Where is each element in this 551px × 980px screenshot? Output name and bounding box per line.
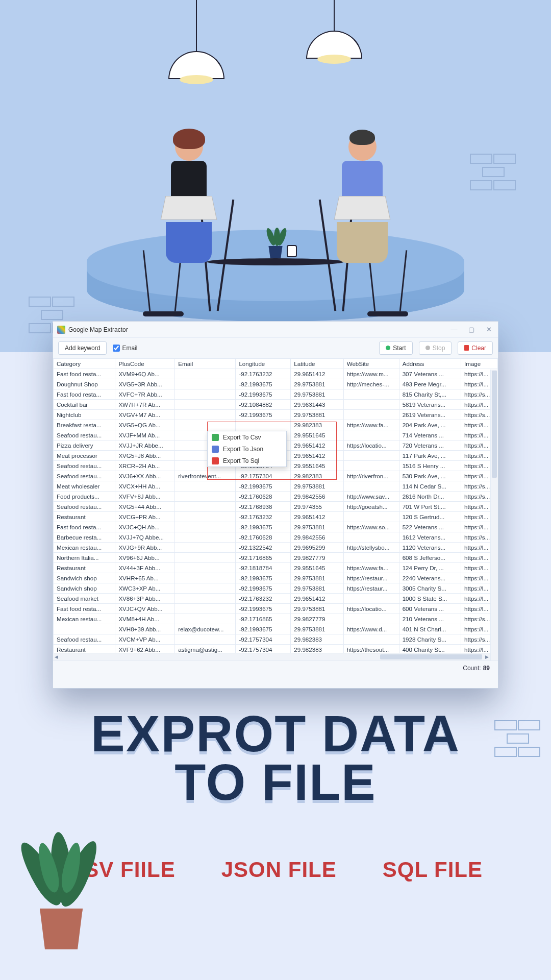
table-cell[interactable]: 210 Veterans ...	[399, 614, 461, 624]
table-cell[interactable]: XVJG+9R Abb...	[115, 543, 175, 553]
export-sql-menuitem[interactable]: Export To Sql	[208, 455, 286, 467]
table-cell[interactable]: 522 Veterans ...	[399, 522, 461, 532]
table-cell[interactable]: Seafood restau...	[54, 461, 115, 471]
minimize-button[interactable]: ―	[449, 326, 459, 333]
export-csv-menuitem[interactable]: Export To Csv	[208, 431, 286, 443]
table-cell[interactable]: https://www.fa...	[343, 420, 399, 430]
table-cell[interactable]: 29.9842556	[291, 532, 343, 543]
table-row[interactable]: Barbecue resta...XVJJ+7Q Abbe...-92.1760…	[54, 532, 498, 543]
table-cell[interactable]: 1120 Veterans...	[399, 543, 461, 553]
table-cell[interactable]: 29.9827779	[291, 614, 343, 624]
table-cell[interactable]	[343, 481, 399, 492]
table-cell[interactable]: 204 Park Ave, ...	[399, 420, 461, 430]
table-row[interactable]: XVH8+39 Abb...relax@ducotew...-92.199367…	[54, 624, 498, 634]
table-cell[interactable]: -92.1993675	[236, 573, 291, 583]
table-cell[interactable]: 29.974355	[291, 502, 343, 512]
table-cell[interactable]	[175, 614, 236, 624]
table-cell[interactable]: XV96+6J Abb...	[115, 553, 175, 563]
table-row[interactable]: Sandwich shopXVHR+65 Ab...-92.199367529.…	[54, 573, 498, 583]
table-cell[interactable]	[175, 481, 236, 492]
table-cell[interactable]: XVJJ+JR Abbe...	[115, 440, 175, 451]
table-cell[interactable]: 307 Veterans ...	[399, 369, 461, 379]
table-cell[interactable]: XWC3+XP Ab...	[115, 583, 175, 594]
table-cell[interactable]: XVJC+QH Ab...	[115, 522, 175, 532]
table-cell[interactable]	[175, 573, 236, 583]
table-cell[interactable]: XVCM+VP Ab...	[115, 634, 175, 645]
table-cell[interactable]	[175, 583, 236, 594]
add-keyword-button[interactable]: Add keyword	[58, 341, 107, 355]
table-cell[interactable]: 117 Park Ave, ...	[399, 451, 461, 461]
table-cell[interactable]: http://www.sav...	[343, 492, 399, 502]
table-cell[interactable]: -92.1763232	[236, 369, 291, 379]
table-cell[interactable]: Northern Italia...	[54, 553, 115, 563]
maximize-button[interactable]: ▢	[466, 326, 477, 333]
table-cell[interactable]: https://locatio...	[343, 604, 399, 614]
table-cell[interactable]: https://restaur...	[343, 573, 399, 583]
table-cell[interactable]: -92.1818784	[236, 563, 291, 573]
table-cell[interactable]	[175, 379, 236, 389]
table-cell[interactable]: 608 S Jefferso...	[399, 553, 461, 563]
table-cell[interactable]: -92.1716865	[236, 614, 291, 624]
table-cell[interactable]: riverfrontevent...	[175, 471, 236, 481]
table-cell[interactable]: 1612 Veterans...	[399, 532, 461, 543]
table-cell[interactable]: 29.982383	[291, 471, 343, 481]
table-cell[interactable]: 29.9827779	[291, 553, 343, 563]
email-checkbox-input[interactable]	[113, 345, 120, 352]
table-cell[interactable]: 29.9753881	[291, 379, 343, 389]
table-cell[interactable]: 29.9651412	[291, 451, 343, 461]
table-cell[interactable]: Pizza delivery	[54, 440, 115, 451]
table-cell[interactable]: 120 S Gertrud...	[399, 512, 461, 522]
table-cell[interactable]: 29.9753881	[291, 389, 343, 400]
table-cell[interactable]: 2616 North Dr...	[399, 492, 461, 502]
table-cell[interactable]: 29.9551645	[291, 430, 343, 440]
horizontal-scrollbar[interactable]: ◀ ▶	[53, 653, 490, 660]
scroll-left-arrow[interactable]: ◀	[53, 654, 60, 659]
table-cell[interactable]	[175, 604, 236, 614]
table-cell[interactable]	[343, 410, 399, 420]
table-cell[interactable]: Doughnut Shop	[54, 379, 115, 389]
horizontal-scroll-thumb[interactable]	[380, 654, 482, 659]
table-row[interactable]: Fast food resta...XVFC+7R Abb...-92.1993…	[54, 389, 498, 400]
table-cell[interactable]: https://www.so...	[343, 522, 399, 532]
table-cell[interactable]	[175, 410, 236, 420]
table-cell[interactable]: 29.9651412	[291, 594, 343, 604]
table-cell[interactable]: Sandwich shop	[54, 573, 115, 583]
table-cell[interactable]: 29.9753881	[291, 481, 343, 492]
table-cell[interactable]: 5819 Veterans...	[399, 400, 461, 410]
table-cell[interactable]: Restaurant	[54, 512, 115, 522]
table-cell[interactable]: -92.1760628	[236, 492, 291, 502]
table-cell[interactable]: Nightclub	[54, 410, 115, 420]
table-cell[interactable]	[343, 451, 399, 461]
table-cell[interactable]	[343, 461, 399, 471]
table-cell[interactable]	[175, 420, 236, 430]
table-cell[interactable]: XVGV+M7 Ab...	[115, 410, 175, 420]
table-cell[interactable]: -92.1768938	[236, 502, 291, 512]
table-cell[interactable]: 401 N St Charl...	[399, 624, 461, 634]
table-row[interactable]: Seafood marketXV86+3P Abb...-92.17632322…	[54, 594, 498, 604]
email-checkbox[interactable]: Email	[113, 345, 137, 352]
table-cell[interactable]: XVHR+65 Ab...	[115, 573, 175, 583]
table-cell[interactable]: 29.9753881	[291, 522, 343, 532]
table-cell[interactable]: XVG5+3R Abb...	[115, 379, 175, 389]
table-cell[interactable]: 2619 Veterans...	[399, 410, 461, 420]
table-cell[interactable]: https://www.d...	[343, 624, 399, 634]
table-cell[interactable]: 29.982383	[291, 420, 343, 430]
table-cell[interactable]: https://restaur...	[343, 583, 399, 594]
table-cell[interactable]: 530 Park Ave, ...	[399, 471, 461, 481]
table-cell[interactable]: XVG5+QG Ab...	[115, 420, 175, 430]
table-cell[interactable]: XRCR+2H Ab...	[115, 461, 175, 471]
export-json-menuitem[interactable]: Export To Json	[208, 443, 286, 455]
table-row[interactable]: Doughnut ShopXVG5+3R Abb...-92.199367529…	[54, 379, 498, 389]
table-cell[interactable]	[175, 502, 236, 512]
start-button[interactable]: Start	[379, 341, 412, 355]
table-cell[interactable]: 29.9551645	[291, 461, 343, 471]
table-cell[interactable]: 3005 Charity S...	[399, 583, 461, 594]
table-cell[interactable]	[343, 634, 399, 645]
table-cell[interactable]	[343, 400, 399, 410]
title-bar[interactable]: Google Map Extractor ― ▢ ✕	[53, 322, 498, 338]
table-cell[interactable]: -92.1760628	[236, 532, 291, 543]
table-cell[interactable]	[175, 522, 236, 532]
table-cell[interactable]: Cocktail bar	[54, 400, 115, 410]
table-row[interactable]: RestaurantXV44+3F Abb...-92.181878429.95…	[54, 563, 498, 573]
table-row[interactable]: Seafood restau...XVCM+VP Ab...-92.175730…	[54, 634, 498, 645]
